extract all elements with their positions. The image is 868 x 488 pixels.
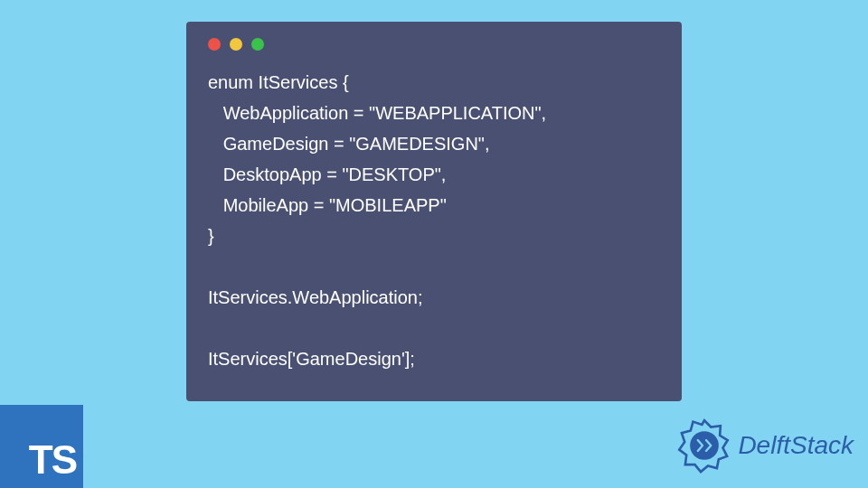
code-content: enum ItServices { WebApplication = "WEBA…	[208, 67, 660, 374]
code-window: enum ItServices { WebApplication = "WEBA…	[186, 22, 682, 401]
close-icon	[208, 38, 221, 51]
delftstack-logo-icon	[675, 416, 734, 475]
window-controls	[208, 38, 660, 51]
svg-point-0	[691, 431, 720, 460]
maximize-icon	[251, 38, 264, 51]
brand-name: DelftStack	[738, 431, 854, 460]
brand-logo-container: DelftStack	[675, 416, 854, 475]
minimize-icon	[230, 38, 242, 51]
typescript-badge: TS	[0, 405, 83, 488]
typescript-text: TS	[29, 437, 76, 483]
